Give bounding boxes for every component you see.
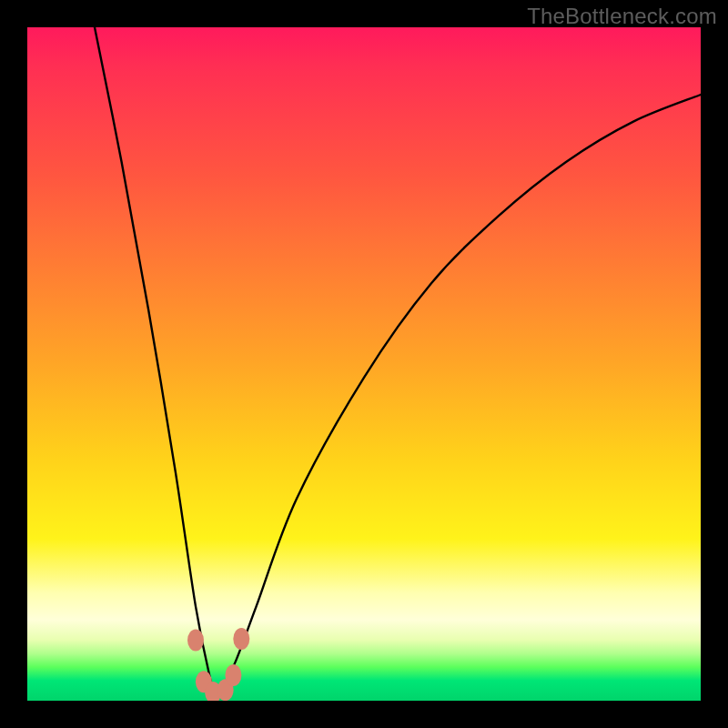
chart-frame — [27, 27, 701, 701]
chart-background-gradient — [27, 27, 701, 701]
watermark-text: TheBottleneck.com — [527, 4, 717, 29]
